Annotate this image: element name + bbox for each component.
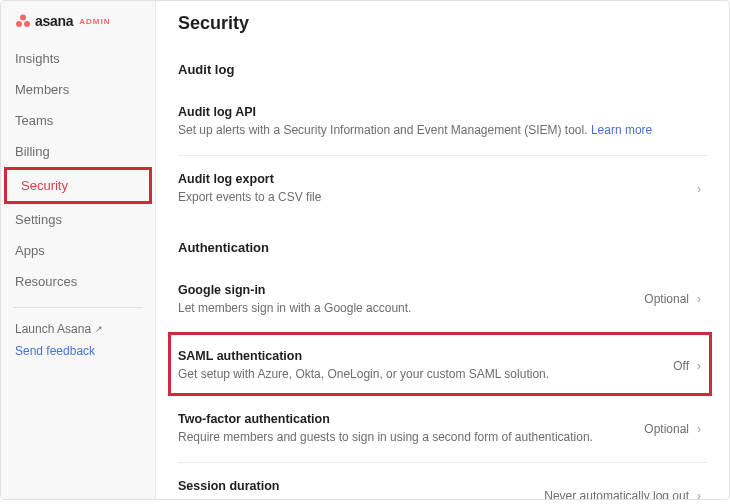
chevron-right-icon: › (697, 292, 701, 306)
row-body: SAML authentication Get setup with Azure… (178, 349, 673, 383)
row-saml-authentication[interactable]: SAML authentication Get setup with Azure… (178, 345, 707, 387)
row-value: Off (673, 359, 689, 373)
send-feedback-link[interactable]: Send feedback (15, 340, 141, 362)
row-right: Optional › (644, 292, 701, 306)
sidebar-links: Launch Asana ↗ Send feedback (1, 318, 155, 362)
row-body: Two-factor authentication Require member… (178, 412, 644, 446)
row-audit-log-api[interactable]: Audit log API Set up alerts with a Secur… (178, 89, 707, 155)
row-title: Audit log API (178, 105, 691, 119)
sidebar-item-billing[interactable]: Billing (1, 136, 155, 167)
row-audit-log-export[interactable]: Audit log export Export events to a CSV … (178, 155, 707, 222)
highlight-saml-row: SAML authentication Get setup with Azure… (168, 332, 712, 396)
row-title: Session duration (178, 479, 534, 493)
external-link-icon: ↗ (95, 324, 103, 334)
logo-admin-text: ADMIN (79, 17, 110, 26)
page-title: Security (178, 13, 707, 34)
sidebar: asana ADMIN Insights Members Teams Billi… (1, 1, 156, 499)
row-body: Google sign-in Let members sign in with … (178, 283, 644, 317)
sidebar-item-insights[interactable]: Insights (1, 43, 155, 74)
chevron-right-icon: › (697, 359, 701, 373)
row-value: Optional (644, 292, 689, 306)
row-desc-text: Set up alerts with a Security Informatio… (178, 123, 591, 137)
svg-point-1 (16, 21, 22, 27)
section-title-audit-log: Audit log (178, 62, 707, 77)
chevron-right-icon: › (697, 182, 701, 196)
launch-asana-link[interactable]: Launch Asana ↗ (15, 318, 141, 340)
sidebar-item-members[interactable]: Members (1, 74, 155, 105)
main-content: Security Audit log Audit log API Set up … (156, 1, 729, 499)
row-right: Optional › (644, 422, 701, 436)
section-title-authentication: Authentication (178, 240, 707, 255)
row-body: Audit log export Export events to a CSV … (178, 172, 697, 206)
learn-more-link[interactable]: Learn more (591, 123, 652, 137)
asana-logo-icon (15, 13, 31, 29)
sidebar-item-security[interactable]: Security (7, 170, 149, 201)
row-desc: Require members and guests to sign in us… (178, 429, 634, 446)
logo: asana ADMIN (1, 13, 155, 43)
chevron-right-icon: › (697, 489, 701, 499)
row-title: Two-factor authentication (178, 412, 634, 426)
row-right: Off › (673, 359, 701, 373)
row-title: SAML authentication (178, 349, 663, 363)
row-title: Google sign-in (178, 283, 634, 297)
launch-asana-label: Launch Asana (15, 322, 91, 336)
svg-point-2 (24, 21, 30, 27)
sidebar-nav: Insights Members Teams Billing Security … (1, 43, 155, 297)
logo-brand-text: asana (35, 13, 73, 29)
sidebar-item-teams[interactable]: Teams (1, 105, 155, 136)
row-title: Audit log export (178, 172, 687, 186)
row-two-factor-authentication[interactable]: Two-factor authentication Require member… (178, 396, 707, 462)
row-google-sign-in[interactable]: Google sign-in Let members sign in with … (178, 267, 707, 333)
row-desc: Set up alerts with a Security Informatio… (178, 122, 691, 139)
row-right: › (697, 182, 701, 196)
sidebar-item-apps[interactable]: Apps (1, 235, 155, 266)
sidebar-item-settings[interactable]: Settings (1, 204, 155, 235)
sidebar-divider (13, 307, 143, 308)
row-desc: Export events to a CSV file (178, 189, 687, 206)
row-body: Session duration Set how long members ca… (178, 479, 544, 499)
app-frame: asana ADMIN Insights Members Teams Billi… (0, 0, 730, 500)
row-value: Never automatically log out (544, 489, 689, 499)
svg-point-0 (20, 15, 26, 21)
row-session-duration[interactable]: Session duration Set how long members ca… (178, 462, 707, 499)
row-desc: Let members sign in with a Google accoun… (178, 300, 634, 317)
row-body: Audit log API Set up alerts with a Secur… (178, 105, 701, 139)
sidebar-item-resources[interactable]: Resources (1, 266, 155, 297)
chevron-right-icon: › (697, 422, 701, 436)
row-right: Never automatically log out › (544, 489, 701, 499)
highlight-security-nav: Security (4, 167, 152, 204)
row-desc: Get setup with Azure, Okta, OneLogin, or… (178, 366, 663, 383)
row-value: Optional (644, 422, 689, 436)
row-desc: Set how long members can stay signed in … (178, 496, 534, 499)
